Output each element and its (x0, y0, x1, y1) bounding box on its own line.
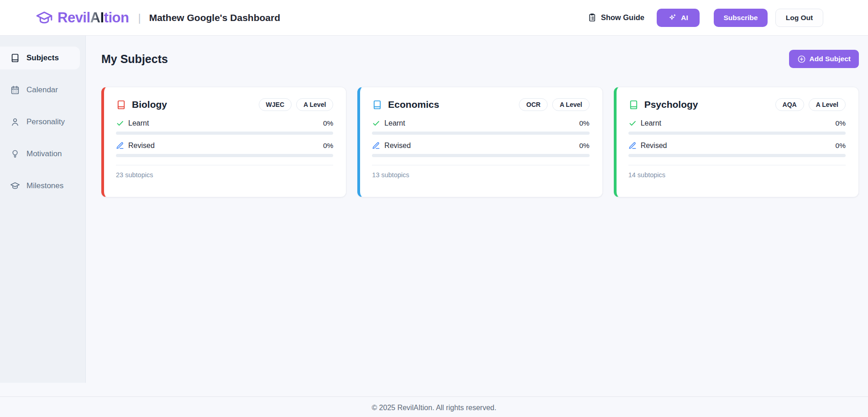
main-content: My Subjects Add Subject (86, 36, 868, 396)
brand-logo[interactable]: RevilAItion (36, 9, 129, 26)
ai-button-label: AI (681, 14, 688, 22)
brand-suffix: tion (104, 10, 129, 26)
ai-button[interactable]: AI (657, 9, 700, 27)
copyright-text: © 2025 RevilAItion. All rights reserved. (371, 404, 496, 412)
title-separator: | (138, 11, 141, 24)
sidebar-item-label: Motivation (26, 149, 62, 158)
card-divider (372, 165, 589, 165)
lightbulb-icon (10, 149, 20, 159)
plus-circle-icon (797, 55, 806, 63)
learnt-percentage: 0% (323, 119, 333, 127)
sidebar: Subjects Calendar (0, 36, 86, 383)
subject-card-economics[interactable]: Economics OCR A Level Learnt 0% (357, 87, 602, 197)
sidebar-item-milestones[interactable]: Milestones (0, 174, 80, 197)
revised-label: Revised (384, 142, 411, 150)
revised-percentage: 0% (836, 142, 846, 150)
clipboard-icon (587, 13, 597, 22)
check-icon (628, 119, 637, 127)
revised-progress-bar (628, 154, 846, 157)
book-icon (372, 100, 382, 110)
learnt-progress-bar (116, 132, 333, 135)
level-badge: A Level (809, 98, 846, 111)
subject-cards: Biology WJEC A Level Learnt 0% (101, 87, 859, 197)
subject-card-biology[interactable]: Biology WJEC A Level Learnt 0% (101, 87, 346, 197)
pen-icon (628, 142, 637, 150)
show-guide-button[interactable]: Show Guide (583, 9, 649, 27)
sidebar-item-label: Personality (26, 117, 65, 127)
exam-board-badge: OCR (519, 98, 548, 111)
footer: © 2025 RevilAItion. All rights reserved. (0, 396, 868, 417)
level-badge: A Level (552, 98, 589, 111)
add-subject-label: Add Subject (810, 55, 851, 63)
sidebar-item-calendar[interactable]: Calendar (0, 79, 80, 101)
show-guide-label: Show Guide (601, 13, 644, 22)
add-subject-button[interactable]: Add Subject (789, 50, 859, 68)
subject-name: Economics (388, 99, 439, 110)
exam-board-badge: AQA (775, 98, 804, 111)
subject-name: Psychology (644, 99, 698, 110)
logout-button[interactable]: Log Out (775, 9, 823, 27)
sidebar-item-label: Subjects (26, 53, 59, 63)
header: RevilAItion | Mathew Google's Dashboard … (0, 0, 868, 36)
sidebar-item-subjects[interactable]: Subjects (0, 47, 80, 69)
pen-icon (372, 142, 380, 150)
sidebar-item-personality[interactable]: Personality (0, 111, 80, 133)
subtopics-count: 23 subtopics (116, 171, 333, 179)
subtopics-count: 13 subtopics (372, 171, 589, 179)
level-badge: A Level (296, 98, 333, 111)
book-icon (10, 53, 20, 63)
page-title: My Subjects (101, 53, 168, 66)
graduation-cap-icon (10, 181, 20, 191)
card-divider (628, 165, 846, 165)
learnt-progress-bar (372, 132, 589, 135)
learnt-percentage: 0% (836, 119, 846, 127)
learnt-percentage: 0% (579, 119, 589, 127)
revised-progress-bar (372, 154, 589, 157)
revised-percentage: 0% (579, 142, 589, 150)
card-divider (116, 165, 333, 165)
exam-board-badge: WJEC (259, 98, 292, 111)
graduation-cap-logo-icon (36, 9, 53, 26)
check-icon (372, 119, 380, 127)
revised-label: Revised (641, 142, 667, 150)
pen-icon (116, 142, 124, 150)
app-window: RevilAItion | Mathew Google's Dashboard … (0, 0, 868, 417)
sparkles-icon (668, 13, 677, 22)
subscribe-button[interactable]: Subscribe (714, 9, 768, 27)
learnt-label: Learnt (128, 119, 149, 127)
learnt-label: Learnt (641, 119, 661, 127)
person-icon (10, 117, 20, 127)
revised-percentage: 0% (323, 142, 333, 150)
sidebar-item-label: Calendar (26, 85, 58, 95)
revised-label: Revised (128, 142, 155, 150)
subtopics-count: 14 subtopics (628, 171, 846, 179)
brand-name: RevilAItion (58, 10, 129, 26)
calendar-icon (10, 85, 20, 95)
sidebar-item-motivation[interactable]: Motivation (0, 143, 80, 165)
learnt-label: Learnt (384, 119, 405, 127)
dashboard-title: Mathew Google's Dashboard (149, 12, 280, 23)
subject-card-psychology[interactable]: Psychology AQA A Level Learnt 0% (614, 87, 859, 197)
book-icon (628, 100, 639, 110)
sidebar-item-label: Milestones (26, 181, 63, 190)
brand-prefix: Revil (58, 10, 90, 26)
subject-name: Biology (132, 99, 167, 110)
revised-progress-bar (116, 154, 333, 157)
check-icon (116, 119, 124, 127)
learnt-progress-bar (628, 132, 846, 135)
book-icon (116, 100, 126, 110)
brand-ai: AI (90, 10, 104, 26)
header-actions: Show Guide AI Subscribe Log Out (583, 9, 823, 27)
